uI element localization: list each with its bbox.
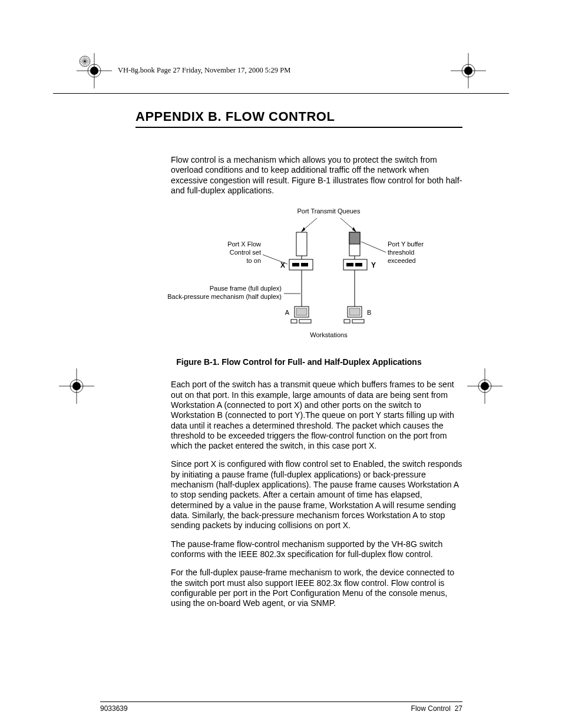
paragraph-3: Since port X is configured with flow con… <box>171 459 462 531</box>
fig-right-2: threshold <box>388 249 414 256</box>
fig-right-3: exceeded <box>388 257 416 264</box>
svg-rect-48 <box>299 319 311 323</box>
fig-left-3: to on <box>246 257 260 264</box>
figure-b1: Port Transmit Queues X Y <box>135 206 462 348</box>
fig-left-2: Control set <box>229 249 260 256</box>
registration-mark-icon <box>451 53 486 88</box>
workstation-a-icon <box>291 307 311 323</box>
svg-rect-35 <box>301 263 308 266</box>
footer-page-number: 27 <box>455 704 462 713</box>
svg-rect-31 <box>349 232 360 244</box>
svg-line-25 <box>303 218 317 230</box>
svg-line-40 <box>263 255 287 264</box>
fig-label-top: Port Transmit Queues <box>297 207 360 215</box>
crop-line-top <box>53 93 509 94</box>
fig-pause-2: Back-pressure mechanism (half duplex) <box>167 293 282 300</box>
svg-line-27 <box>340 218 354 230</box>
figure-caption: Figure B-1. Flow Control for Full- and H… <box>135 357 462 367</box>
svg-rect-51 <box>344 319 350 323</box>
registration-mark-icon <box>467 368 503 404</box>
workstation-b-icon <box>344 307 364 323</box>
svg-rect-36 <box>346 263 353 266</box>
svg-rect-37 <box>355 263 362 266</box>
fig-right-1: Port Y buffer <box>388 241 424 248</box>
footer-section: Flow Control <box>411 704 451 713</box>
svg-rect-29 <box>296 232 307 256</box>
header-book-note: VH-8g.book Page 27 Friday, November 17, … <box>118 66 290 75</box>
paragraph-2: Each port of the switch has a transmit q… <box>171 380 462 451</box>
paragraph-intro: Flow control is a mechanism which allows… <box>171 155 462 196</box>
fig-label-b: B <box>367 309 371 316</box>
fig-label-y: Y <box>371 261 376 269</box>
svg-marker-26 <box>301 227 305 232</box>
fig-label-workstations: Workstations <box>310 331 348 338</box>
fig-left-1: Port X Flow <box>227 241 261 248</box>
svg-line-41 <box>361 242 386 252</box>
svg-rect-47 <box>291 319 297 323</box>
title-rule <box>135 127 462 128</box>
svg-rect-52 <box>352 319 364 323</box>
page-footer: 9033639 Flow Control 27 <box>100 701 462 713</box>
svg-rect-50 <box>349 308 360 315</box>
svg-rect-46 <box>296 308 307 315</box>
paragraph-5: For the full-duplex pause-frame mechanis… <box>171 568 462 608</box>
svg-rect-34 <box>292 263 299 266</box>
fig-label-a: A <box>285 309 289 316</box>
registration-mark-icon <box>77 53 112 88</box>
registration-mark-icon <box>59 368 94 404</box>
flow-control-diagram: Port Transmit Queues X Y <box>146 206 452 348</box>
paragraph-4: The pause-frame flow-control mechanism s… <box>171 539 462 560</box>
fig-pause-1: Pause frame (full duplex) <box>209 285 281 292</box>
svg-marker-28 <box>352 227 356 232</box>
footer-page-info: Flow Control 27 <box>411 704 462 713</box>
appendix-title: APPENDIX B. FLOW CONTROL <box>135 109 462 124</box>
footer-doc-number: 9033639 <box>100 704 128 713</box>
